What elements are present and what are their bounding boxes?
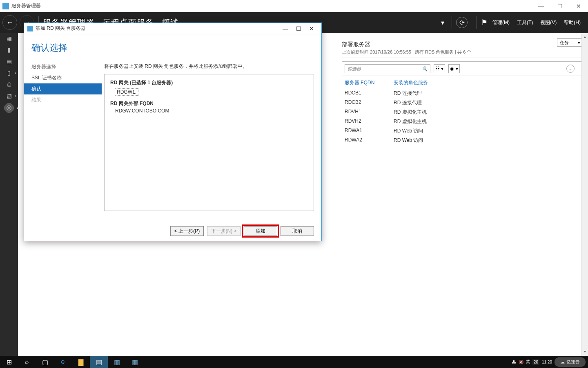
page-indicator: 20 [532, 359, 539, 365]
cloud-icon: ☁ [560, 359, 565, 365]
scroll-up-icon[interactable]: ▴ [582, 34, 588, 41]
dialog-buttons: < 上一步(P) 下一步(N) > 添加 取消 [170, 226, 314, 236]
dialog-title: 添加 RD 网关 台服务器 [36, 25, 86, 32]
dialog-close-button[interactable]: ✕ [305, 25, 318, 32]
confirmation-box: RD 网关 (已选择 1 台服务器) RDGW1. RD 网关外部 FQDN R… [104, 74, 314, 211]
sound-icon[interactable]: 🔇 [519, 360, 523, 364]
filter-input[interactable]: 筛选器 🔍 [345, 64, 430, 73]
menu-manage[interactable]: 管理(M) [492, 19, 510, 26]
col-fqdn[interactable]: 服务器 FQDN [345, 79, 394, 86]
separator [452, 16, 452, 29]
taskbar: ⊞ ⌕ ▢ e ▇ ▤ ▥ ▦ 🖧 🔇 英 20 11:20 ☁ 亿速云 [0, 356, 588, 368]
deployment-servers-panel: 任务 ▾ 部署服务器 上次刷新时间 2017/10/26 10:56:55 | … [336, 33, 588, 356]
clock[interactable]: 11:20 [542, 360, 552, 364]
start-button[interactable]: ⊞ [0, 356, 18, 368]
watermark-badge: ☁ 亿速云 [555, 357, 586, 367]
next-button: 下一步(N) > [207, 226, 241, 236]
dialog-icon [27, 26, 33, 31]
app-titlebar: 服务器管理器 — ☐ ✕ [0, 0, 588, 12]
filter-placeholder: 筛选器 [347, 66, 361, 72]
fqdn-heading: RD 网关外部 FQDN [110, 100, 308, 107]
table-row[interactable]: RDWA2RD Web 访问 [342, 136, 583, 145]
left-rail: ▦ ▮ ▤ ▯▸ ⎙ ▧▸ ⦿▸ [0, 33, 18, 356]
filter-options-button[interactable]: ☷ ▾ [434, 64, 445, 73]
rail-rds-icon[interactable]: ▧▸ [0, 90, 18, 101]
scrollbar[interactable]: ▴ ▾ [581, 34, 588, 356]
rail-dashboard-icon[interactable]: ▦ [0, 33, 18, 44]
dialog-maximize-button[interactable]: ☐ [292, 25, 305, 32]
servers-grid: 服务器 FQDN 安装的角色服务 RDCB1RD 连接代理 RDCB2RD 连接… [342, 76, 583, 313]
refresh-button[interactable]: ⟳ [456, 17, 468, 28]
tasks-dropdown[interactable]: 任务 ▾ [557, 38, 583, 47]
nav-result[interactable]: 结果 [24, 94, 102, 105]
cancel-button[interactable]: 取消 [281, 226, 314, 236]
dialog-minimize-button[interactable]: — [279, 25, 292, 32]
expand-toggle[interactable]: ⌄ [566, 65, 575, 73]
ime-indicator[interactable]: 英 [526, 359, 530, 365]
taskbar-app-icon[interactable]: ▥ [108, 356, 126, 368]
taskbar-ie-icon[interactable]: e [54, 356, 72, 368]
nav-confirm[interactable]: 确认 [24, 83, 102, 94]
taskbar-app2-icon[interactable]: ▦ [126, 356, 144, 368]
fqdn-value: RDGW.CONTOSO.COM [115, 108, 308, 114]
nav-ssl-cert[interactable]: SSL 证书名称 [24, 72, 102, 83]
filter-save-button[interactable]: ◉ ▾ [448, 64, 460, 73]
rail-iis-icon[interactable]: ⎙ [0, 79, 18, 90]
panel-title: 部署服务器 [342, 41, 583, 48]
rail-all-servers-icon[interactable]: ▤ [0, 56, 18, 67]
dialog-heading: 确认选择 [24, 34, 102, 61]
separator [477, 16, 477, 29]
add-rd-gateway-dialog: 添加 RD 网关 台服务器 — ☐ ✕ 确认选择 服务器选择 SSL 证书名称 … [24, 22, 322, 241]
panel-subtitle: 上次刷新时间 2017/10/26 10:56:55 | 所有 RDS 角色服务… [342, 49, 583, 58]
dialog-nav: 服务器选择 SSL 证书名称 确认 结果 [24, 61, 102, 105]
dropdown-caret[interactable]: ▾ [441, 19, 444, 27]
minimize-button[interactable]: — [532, 0, 550, 12]
tasks-label: 任务 [560, 40, 569, 46]
maximize-button[interactable]: ☐ [550, 0, 569, 12]
search-icon[interactable]: 🔍 [422, 66, 428, 72]
filter-toolbar: 筛选器 🔍 ☷ ▾ ◉ ▾ ⌄ [342, 61, 583, 76]
table-row[interactable]: RDVH1RD 虚拟化主机 [342, 108, 583, 117]
scroll-down-icon[interactable]: ▾ [582, 349, 588, 356]
previous-button[interactable]: < 上一步(P) [170, 226, 204, 236]
menu-tools[interactable]: 工具(T) [517, 19, 533, 26]
dialog-description: 将在服务器上安装 RD 网关 角色服务，并将此服务添加到部署中。 [104, 63, 314, 70]
taskbar-server-manager-icon[interactable]: ▤ [90, 356, 108, 368]
app-icon [2, 3, 9, 9]
col-role[interactable]: 安装的角色服务 [394, 79, 428, 86]
task-view-button[interactable]: ▢ [36, 356, 54, 368]
table-row[interactable]: RDCB1RD 连接代理 [342, 89, 583, 98]
selected-server[interactable]: RDGW1. [115, 89, 138, 95]
rail-collections-icon[interactable]: ⦿▸ [4, 103, 14, 113]
notifications-flag-icon[interactable]: ⚑ [481, 18, 488, 27]
rail-file-storage-icon[interactable]: ▯▸ [0, 67, 18, 79]
dialog-titlebar[interactable]: 添加 RD 网关 台服务器 — ☐ ✕ [24, 23, 321, 34]
table-row[interactable]: RDWA1RD Web 访问 [342, 126, 583, 136]
nav-server-select[interactable]: 服务器选择 [24, 61, 102, 72]
menu-help[interactable]: 帮助(H) [564, 19, 581, 26]
app-title: 服务器管理器 [11, 2, 532, 9]
chevron-down-icon: ▾ [578, 40, 580, 45]
search-button[interactable]: ⌕ [18, 356, 36, 368]
close-button[interactable]: ✕ [569, 0, 588, 12]
table-row[interactable]: RDCB2RD 连接代理 [342, 98, 583, 108]
grid-header: 服务器 FQDN 安装的角色服务 [342, 76, 583, 89]
network-icon[interactable]: 🖧 [512, 360, 516, 364]
add-button[interactable]: 添加 [244, 226, 277, 236]
nav-back-button[interactable]: ← [2, 15, 17, 30]
taskbar-explorer-icon[interactable]: ▇ [72, 356, 90, 368]
menu-view[interactable]: 视图(V) [540, 19, 557, 26]
table-row[interactable]: RDVH2RD 虚拟化主机 [342, 117, 583, 126]
gateway-heading: RD 网关 (已选择 1 台服务器) [110, 79, 308, 86]
system-tray: 🖧 🔇 英 20 11:20 ☁ 亿速云 [512, 357, 588, 367]
rail-local-server-icon[interactable]: ▮ [0, 44, 18, 56]
